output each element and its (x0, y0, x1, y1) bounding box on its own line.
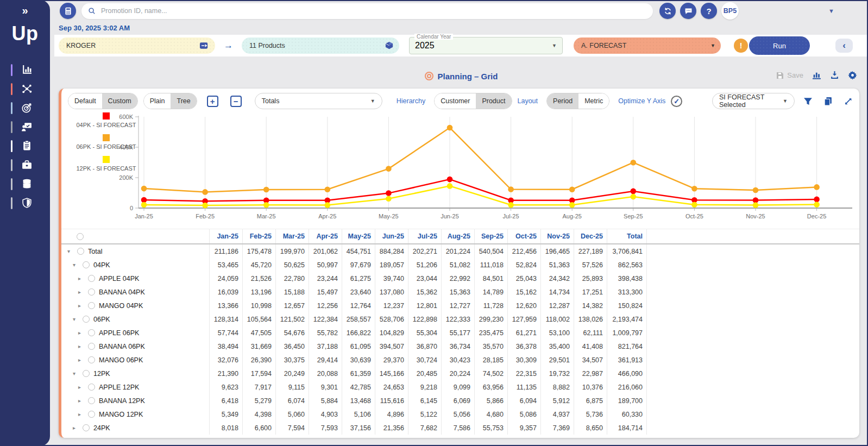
row-select-radio[interactable] (83, 424, 90, 431)
column-header-feb-25[interactable]: Feb-25 (242, 229, 275, 243)
column-header-may-25[interactable]: May-25 (342, 229, 375, 243)
customer-filter[interactable]: KROGER (59, 37, 215, 54)
calculator-button[interactable] (60, 3, 76, 19)
cell-apr-25: 50,997 (309, 258, 342, 272)
hierarchy-link[interactable]: Hierarchy (397, 97, 426, 105)
sidebar-item-trainer[interactable] (0, 117, 50, 136)
row-select-radio[interactable] (88, 343, 95, 350)
optimize-y-axis-checkbox[interactable]: ✓ (671, 96, 682, 107)
collapse-row-icon[interactable]: ▾ (67, 248, 74, 254)
expand-row-icon[interactable]: ▸ (78, 384, 85, 390)
topbar-dropdown-caret-icon[interactable]: ▼ (828, 8, 834, 14)
filter-button[interactable] (803, 97, 813, 106)
cell-aug-25: 201,224 (441, 244, 474, 258)
row-select-radio[interactable] (88, 397, 95, 404)
customer-option[interactable]: Customer (435, 93, 476, 109)
totals-select[interactable]: Totals▼ (255, 93, 382, 109)
collapse-row-icon[interactable]: ▾ (73, 370, 79, 376)
column-header-dec-25[interactable]: Dec-25 (574, 229, 607, 243)
column-header-jan-25[interactable]: Jan-25 (209, 229, 242, 243)
series-selector[interactable]: SI FORECAST Selected▼ (712, 93, 795, 109)
expand-row-icon[interactable]: ▸ (73, 425, 79, 431)
expand-row-icon[interactable]: ▸ (78, 357, 85, 363)
chat-button[interactable] (680, 3, 696, 19)
chart-plot-area[interactable]: Jan-25Feb-25Mar-25Apr-25May-25Jun-25Jul-… (61, 111, 859, 227)
cell-nov-25: 51,363 (540, 258, 574, 272)
cell-dec-25: 10,376 (574, 380, 607, 394)
layout-link[interactable]: Layout (518, 97, 538, 105)
column-header-oct-25[interactable]: Oct-25 (507, 229, 540, 243)
row-select-radio[interactable] (88, 356, 95, 363)
collapse-all-icon[interactable]: − (230, 96, 242, 107)
column-header-total[interactable]: Total (607, 229, 647, 243)
row-select-radio[interactable] (88, 411, 95, 418)
warning-badge[interactable]: ! (734, 39, 748, 53)
cell-sep-25: 55,753 (474, 421, 507, 435)
column-header-sep-25[interactable]: Sep-25 (474, 229, 507, 243)
settings-button[interactable] (848, 71, 857, 80)
save-icon (776, 71, 784, 80)
row-select-radio[interactable] (88, 384, 95, 391)
period-option[interactable]: Period (547, 93, 578, 109)
column-header-jun-25[interactable]: Jun-25 (375, 229, 408, 243)
copy-button[interactable] (823, 97, 833, 106)
search-bar[interactable] (81, 3, 653, 19)
column-header-mar-25[interactable]: Mar-25 (275, 229, 309, 243)
expand-row-icon[interactable]: ▸ (78, 398, 85, 404)
customer-picker-icon[interactable] (199, 41, 210, 50)
row-select-radio[interactable] (88, 302, 95, 309)
plain-option[interactable]: Plain (144, 93, 171, 109)
refresh-button[interactable] (659, 3, 676, 19)
sidebar-item-target[interactable] (0, 98, 50, 117)
column-header-aug-25[interactable]: Aug-25 (441, 229, 474, 243)
sidebar-item-database[interactable] (0, 174, 50, 193)
help-button[interactable]: ? (701, 3, 717, 19)
sidebar-item-bar-chart[interactable] (0, 60, 50, 79)
row-select-radio[interactable] (83, 316, 90, 323)
collapse-panel-chevron-icon[interactable]: ‹ (835, 39, 853, 53)
row-select-radio[interactable] (88, 288, 95, 296)
select-all-radio[interactable] (77, 233, 84, 240)
view-custom-option[interactable]: Custom (102, 93, 137, 109)
expand-row-icon[interactable]: ▸ (78, 275, 85, 281)
sidebar-expand-icon[interactable]: » (0, 0, 50, 17)
save-button[interactable]: Save (776, 71, 803, 80)
run-button[interactable]: Run (749, 36, 810, 55)
calendar-year-select[interactable]: Calendar Year 2025 ▼ (409, 37, 563, 54)
products-filter[interactable]: 11 Products (242, 37, 399, 54)
expand-row-icon[interactable]: ▸ (78, 330, 85, 336)
sidebar-item-network[interactable] (0, 79, 50, 98)
column-header-jul-25[interactable]: Jul-25 (408, 229, 441, 243)
expand-all-icon[interactable]: + (207, 96, 218, 107)
product-option[interactable]: Product (476, 93, 511, 109)
expand-row-icon[interactable]: ▸ (78, 289, 85, 295)
collapse-row-icon[interactable]: ▾ (73, 316, 79, 322)
download-button[interactable] (830, 71, 839, 80)
sidebar-item-shield[interactable] (0, 193, 50, 212)
optimize-y-axis-label[interactable]: Optimize Y Axis (618, 97, 665, 105)
cell-total: 184,714 (607, 421, 647, 435)
fullscreen-button[interactable] (844, 97, 853, 106)
row-select-radio[interactable] (83, 370, 90, 377)
cell-oct-25: 5,086 (507, 407, 540, 421)
sidebar-item-briefcase[interactable] (0, 155, 50, 174)
view-default-option[interactable]: Default (68, 93, 102, 109)
row-select-radio[interactable] (77, 248, 84, 255)
column-header-nov-25[interactable]: Nov-25 (540, 229, 574, 243)
expand-row-icon[interactable]: ▸ (78, 343, 85, 349)
row-select-radio[interactable] (83, 261, 90, 268)
tree-option[interactable]: Tree (171, 93, 196, 109)
metric-option[interactable]: Metric (578, 93, 609, 109)
collapse-row-icon[interactable]: ▾ (73, 262, 79, 268)
row-select-radio[interactable] (88, 275, 95, 282)
column-header-apr-25[interactable]: Apr-25 (309, 229, 342, 243)
expand-row-icon[interactable]: ▸ (78, 411, 85, 417)
search-input[interactable] (100, 7, 646, 15)
user-avatar[interactable]: BP5 (721, 2, 739, 20)
product-picker-icon[interactable] (385, 41, 394, 51)
expand-row-icon[interactable]: ▸ (78, 303, 85, 309)
row-select-radio[interactable] (88, 329, 95, 336)
sidebar-item-clipboard[interactable] (0, 136, 50, 155)
scenario-select[interactable]: A. FORECAST ▼ (574, 37, 721, 54)
chart-view-button[interactable] (812, 71, 821, 80)
